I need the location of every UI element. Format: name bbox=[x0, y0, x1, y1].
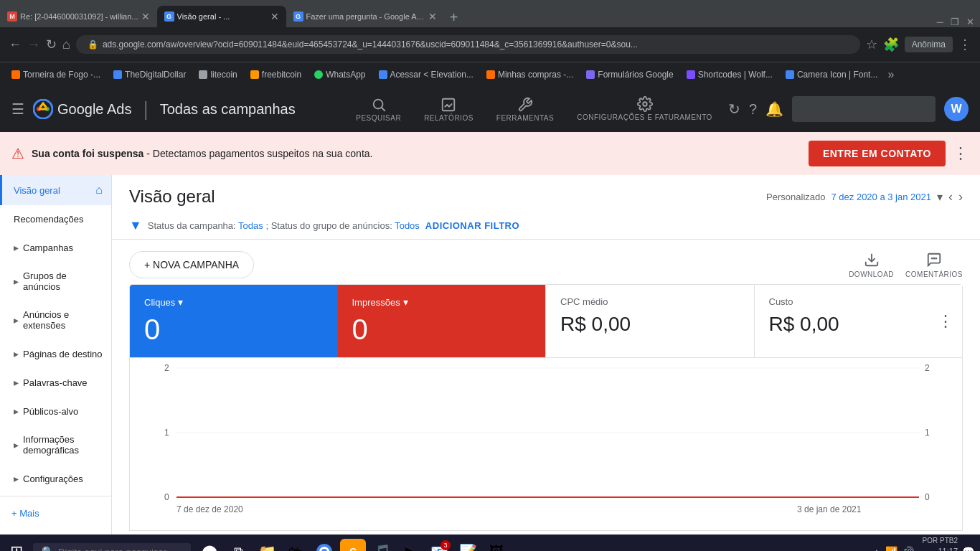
taskbar-icon-chrome[interactable] bbox=[311, 539, 337, 551]
restore-btn[interactable]: ❐ bbox=[951, 17, 959, 27]
nav-action-reports[interactable]: RELATÓRIOS bbox=[417, 94, 481, 125]
y-label-1-left: 1 bbox=[164, 428, 169, 438]
tray-arrow[interactable]: ▲ bbox=[872, 547, 881, 551]
date-next-btn[interactable]: › bbox=[958, 189, 963, 204]
comments-action[interactable]: COMENTÁRIOS bbox=[905, 252, 963, 278]
adgroup-status-value[interactable]: Todos bbox=[395, 220, 420, 231]
notifications-button[interactable]: 🔔 bbox=[765, 100, 783, 118]
clock[interactable]: POR PTB2 11:17 07/01/2021 bbox=[918, 536, 958, 551]
bookmark-litecoin[interactable]: litecoin bbox=[193, 67, 242, 82]
main-content: Visão geral ⌂ Recomendações ▸ Campanhas … bbox=[0, 175, 980, 534]
volume-icon[interactable]: 🔊 bbox=[902, 546, 914, 551]
bookmark-forms[interactable]: Formulários Google bbox=[580, 67, 679, 82]
address-input[interactable]: 🔒 ads.google.com/aw/overview?ocid=609011… bbox=[76, 35, 860, 54]
taskbar-search-input[interactable] bbox=[58, 547, 180, 552]
tab1-close[interactable]: ✕ bbox=[141, 11, 150, 22]
hamburger-button[interactable]: ☰ bbox=[11, 100, 24, 118]
sidebar-collapse-tab[interactable]: ‹ bbox=[111, 344, 112, 367]
cliques-dropdown-icon[interactable]: ▾ bbox=[178, 296, 183, 308]
start-button[interactable]: ⊞ bbox=[6, 538, 27, 551]
help-button[interactable]: ? bbox=[749, 101, 757, 118]
taskbar-search-wrapper[interactable]: 🔍 bbox=[33, 543, 191, 551]
bookmark-compras[interactable]: Minhas compras -... bbox=[481, 67, 579, 82]
sidebar-item-configuracoes[interactable]: ▸ Configurações bbox=[0, 464, 111, 493]
network-icon[interactable]: 📶 bbox=[885, 546, 897, 551]
sidebar-item-demograficas[interactable]: ▸ Informações demográficas bbox=[0, 425, 111, 464]
taskbar-icon-media[interactable]: 🎵 bbox=[369, 539, 395, 551]
taskbar-icon-files[interactable]: 📁 bbox=[254, 539, 280, 551]
address-bar: ← → ↻ ⌂ 🔒 ads.google.com/aw/overview?oci… bbox=[0, 27, 980, 62]
sidebar-item-grupos[interactable]: ▸ Grupos de anúncios bbox=[0, 262, 111, 301]
impressoes-dropdown-icon[interactable]: ▾ bbox=[403, 296, 408, 308]
nav-action-search[interactable]: PESQUISAR bbox=[349, 94, 408, 125]
bookmark-icon[interactable]: ☆ bbox=[866, 37, 877, 52]
y-label-0-right: 0 bbox=[925, 492, 930, 502]
close-btn[interactable]: ✕ bbox=[966, 17, 974, 27]
adgroup-status-label: Status do grupo de anúncios: bbox=[271, 220, 392, 231]
sidebar-item-publicos[interactable]: ▸ Públicos-alvo bbox=[0, 397, 111, 425]
campaigns-toolbar: + NOVA CAMPANHA DOWNLOAD bbox=[112, 240, 980, 284]
bookmark-shortcodes[interactable]: Shortcodes | Wolf... bbox=[681, 67, 778, 82]
reload-ads-button[interactable]: ↻ bbox=[728, 100, 740, 118]
contact-button[interactable]: ENTRE EM CONTATO bbox=[809, 141, 946, 166]
tab-3[interactable]: G Fazer uma pergunta - Google Ad... ✕ bbox=[286, 6, 444, 27]
taskbar-icon-photos[interactable]: 🖼 bbox=[484, 539, 509, 551]
bookmark-digital-dollar[interactable]: TheDigitalDollar bbox=[108, 67, 192, 82]
menu-icon[interactable]: ⋮ bbox=[958, 37, 971, 52]
bookmarks-more[interactable]: » bbox=[885, 68, 897, 81]
alert-title: Sua conta foi suspensa bbox=[32, 148, 143, 159]
bookmark-freebitcoin[interactable]: freebitcoin bbox=[245, 67, 307, 82]
user-avatar[interactable]: W bbox=[944, 97, 969, 121]
locale-label: POR PTB2 bbox=[918, 536, 958, 546]
metrics-more-icon[interactable]: ⋮ bbox=[938, 312, 953, 331]
reload-button[interactable]: ↻ bbox=[46, 37, 57, 52]
sidebar-item-visao-geral[interactable]: Visão geral ⌂ bbox=[0, 175, 111, 205]
nav-action-tools[interactable]: FERRAMENTAS bbox=[489, 94, 561, 125]
bookmark-whatsapp[interactable]: WhatsApp bbox=[308, 67, 371, 82]
date-dropdown-btn[interactable]: ▾ bbox=[937, 190, 943, 204]
tab3-favicon: G bbox=[293, 11, 303, 22]
bookmark-camera[interactable]: Camera Icon | Font... bbox=[780, 67, 884, 82]
campaign-status-value[interactable]: Todas bbox=[238, 220, 263, 231]
tab-1[interactable]: M Re: [2-0446000031092] - willian... ✕ bbox=[0, 6, 157, 27]
alert-more-icon[interactable]: ⋮ bbox=[953, 144, 969, 163]
taskbar-icon-word[interactable]: 📝 bbox=[455, 539, 481, 551]
taskbar-icon-cortana[interactable]: ⬤ bbox=[197, 539, 222, 551]
taskbar-icon-task-view[interactable]: ⧉ bbox=[225, 539, 251, 551]
add-filter-button[interactable]: ADICIONAR FILTRO bbox=[425, 220, 519, 231]
expand-icon-palavras: ▸ bbox=[14, 377, 19, 388]
tools-icon bbox=[517, 97, 533, 113]
minimize-btn[interactable]: ─ bbox=[937, 17, 943, 27]
search-box[interactable] bbox=[792, 96, 936, 122]
sidebar-item-paginas[interactable]: ▸ Páginas de destino bbox=[0, 339, 111, 368]
tab3-close[interactable]: ✕ bbox=[428, 11, 437, 22]
download-action[interactable]: DOWNLOAD bbox=[849, 252, 894, 278]
bookmark-torneira[interactable]: Torneira de Fogo -... bbox=[6, 67, 106, 82]
forward-button[interactable]: → bbox=[27, 37, 40, 52]
tab2-close[interactable]: ✕ bbox=[270, 11, 279, 22]
profile-anon[interactable]: Anônima bbox=[905, 37, 953, 52]
back-button[interactable]: ← bbox=[9, 37, 22, 52]
sidebar-anuncios-label: Anúncios e extensões bbox=[23, 309, 103, 331]
home-button[interactable]: ⌂ bbox=[62, 37, 70, 52]
taskbar-icon-youtube[interactable]: ▶ bbox=[397, 539, 423, 551]
new-campaign-button[interactable]: + NOVA CAMPANHA bbox=[129, 251, 254, 278]
sidebar-item-palavras[interactable]: ▸ Palavras-chave bbox=[0, 368, 111, 397]
sidebar-visao-geral-label: Visão geral bbox=[14, 185, 60, 196]
nav-action-settings[interactable]: CONFIGURAÇÕES E FATURAMENTO bbox=[570, 93, 720, 125]
date-prev-btn[interactable]: ‹ bbox=[948, 189, 953, 204]
sidebar-item-campanhas[interactable]: ▸ Campanhas bbox=[0, 233, 111, 262]
taskbar-icon-store[interactable]: 🛍 bbox=[283, 539, 308, 551]
bookmark-elevation[interactable]: Acessar < Elevation... bbox=[373, 67, 479, 82]
date-value[interactable]: 7 dez 2020 a 3 jan 2021 bbox=[831, 192, 931, 202]
extensions-icon[interactable]: 🧩 bbox=[883, 37, 899, 52]
sidebar-item-anuncios[interactable]: ▸ Anúncios e extensões bbox=[0, 301, 111, 339]
notifications-tray[interactable]: 💬 bbox=[962, 546, 974, 551]
sidebar-recomendacoes-label: Recomendações bbox=[14, 214, 84, 225]
sidebar-item-mais[interactable]: + Mais bbox=[0, 499, 111, 527]
taskbar-icon-email[interactable]: 📧 3 bbox=[426, 539, 452, 551]
taskbar-icon-cointracking[interactable]: C bbox=[340, 539, 366, 551]
new-tab-button[interactable]: + bbox=[444, 7, 464, 27]
tab-2[interactable]: G Visão geral - ... ✕ bbox=[157, 6, 286, 27]
sidebar-item-recomendacoes[interactable]: Recomendações bbox=[0, 205, 111, 233]
